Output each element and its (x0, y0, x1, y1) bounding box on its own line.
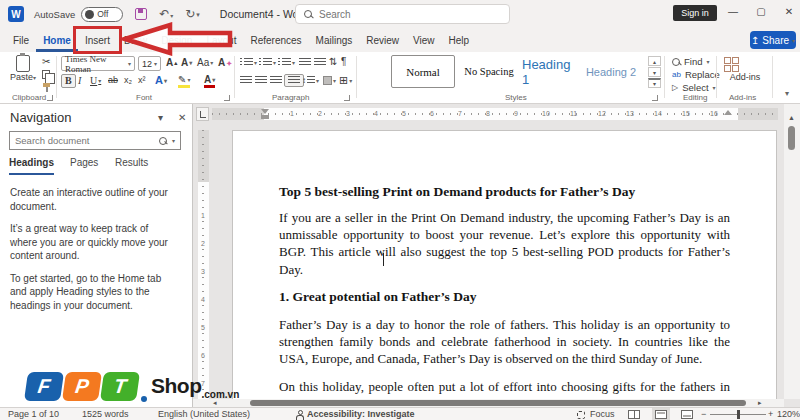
styles-gallery-up-icon[interactable]: ▴ (648, 56, 661, 66)
navigation-close-icon[interactable]: ✕ (178, 112, 186, 123)
styles-gallery-down-icon[interactable]: ▾ (648, 67, 661, 77)
font-dialog-launcher-icon[interactable] (224, 95, 230, 101)
tab-help[interactable]: Help (442, 28, 477, 52)
font-name-select[interactable]: Times New Roman▾ (61, 56, 135, 71)
grow-font-button[interactable]: A▴ (166, 58, 177, 68)
navigation-search-box[interactable]: ▾ (9, 131, 181, 150)
page-count[interactable]: Page 1 of 10 (8, 409, 59, 419)
align-center-button[interactable] (255, 76, 267, 85)
find-button[interactable]: Find▾ (672, 56, 710, 67)
document-page[interactable]: Top 5 best-selling Print on Demand produ… (232, 130, 777, 407)
line-spacing-button[interactable]: ↕▾ (302, 76, 319, 85)
strikethrough-button[interactable]: ab (108, 76, 118, 85)
increase-indent-button[interactable] (314, 58, 326, 67)
nav-tab-headings[interactable]: Headings (9, 157, 54, 175)
tab-mailings[interactable]: Mailings (309, 28, 360, 52)
zoom-in-button[interactable]: + (768, 409, 773, 419)
navigation-chevron-down-icon[interactable]: ▾ (158, 112, 163, 123)
scroll-right-icon[interactable]: ▸ (758, 399, 762, 407)
scroll-up-icon[interactable]: ▲ (788, 114, 795, 121)
read-mode-icon[interactable] (628, 410, 640, 419)
clipboard-dialog-launcher-icon[interactable] (47, 95, 53, 101)
decrease-indent-button[interactable] (299, 58, 311, 67)
highlight-button[interactable]: ✎▾ (178, 75, 190, 88)
cut-button[interactable]: ✂ (42, 57, 50, 67)
print-layout-icon[interactable] (655, 410, 667, 419)
tab-review[interactable]: Review (359, 28, 406, 52)
borders-button[interactable]: ⊞▾ (339, 75, 352, 86)
undo-button[interactable]: ↶▾ (159, 8, 173, 20)
bold-button[interactable]: B (61, 74, 76, 88)
justify-button[interactable] (284, 74, 304, 87)
shrink-font-button[interactable]: A▾ (181, 58, 192, 68)
paste-button[interactable]: Paste▾ (8, 55, 38, 97)
superscript-button[interactable]: x² (138, 76, 146, 85)
zoom-out-button[interactable]: − (701, 409, 706, 419)
align-left-button[interactable] (240, 76, 252, 85)
tab-home[interactable]: Home (36, 28, 78, 52)
paragraph-dialog-launcher-icon[interactable] (344, 95, 350, 101)
word-app-icon[interactable]: W (8, 6, 24, 22)
horizontal-scrollbar[interactable]: ◂ ▸ (193, 399, 784, 407)
style-normal[interactable]: Normal (391, 55, 455, 88)
tab-file[interactable]: File (6, 28, 36, 52)
zoom-slider-thumb[interactable] (737, 410, 740, 419)
quick-access-chevron-icon[interactable]: ▾ (196, 11, 200, 18)
tab-view[interactable]: View (406, 28, 442, 52)
doc-paragraph[interactable]: Father’s Day is a day to honor the role … (279, 316, 730, 368)
numbering-button[interactable]: ▾ (259, 58, 276, 67)
indent-marker-icon[interactable] (261, 109, 269, 114)
italic-button[interactable]: I (78, 76, 81, 86)
share-button[interactable]: ↥ Share ▾ (750, 31, 796, 49)
multilevel-list-button[interactable]: ▾ (278, 58, 295, 67)
search-box[interactable] (295, 4, 510, 24)
nav-tab-pages[interactable]: Pages (70, 157, 98, 173)
doc-heading-1[interactable]: Top 5 best-selling Print on Demand produ… (279, 184, 730, 200)
bullets-button[interactable]: ▾ (240, 58, 257, 67)
autosave-toggle[interactable]: Off (81, 7, 123, 22)
replace-button[interactable]: abReplace (672, 69, 720, 80)
show-hide-marks-button[interactable]: ¶ (341, 57, 346, 67)
tab-selector-icon[interactable] (196, 107, 209, 121)
close-icon[interactable]: ✕ (781, 6, 797, 17)
text-effects-button[interactable]: A▾ (155, 75, 167, 86)
indent-marker-box-icon[interactable] (261, 115, 269, 119)
style-no-spacing[interactable]: No Spacing (461, 55, 517, 88)
collapse-ribbon-chevron-icon[interactable]: ▾ (785, 90, 789, 98)
format-painter-button[interactable] (42, 83, 51, 92)
align-right-button[interactable] (270, 76, 282, 85)
font-size-select[interactable]: 12▾ (138, 56, 161, 71)
change-case-button[interactable]: Aa▾ (197, 58, 213, 68)
accessibility-status[interactable]: Accessibility: Investigate (307, 409, 415, 419)
subscript-button[interactable]: x₂ (124, 76, 132, 85)
clear-formatting-button[interactable]: A✦ (218, 58, 232, 68)
redo-button[interactable]: ↻ (185, 8, 195, 20)
focus-button[interactable]: Focus (590, 409, 615, 419)
horizontal-ruler[interactable]: 12345678910111213141516 (212, 108, 778, 120)
underline-button[interactable]: U▾ (90, 76, 101, 86)
tab-references[interactable]: References (243, 28, 308, 52)
vertical-scrollbar[interactable]: ▲ (784, 104, 800, 399)
right-indent-marker-icon[interactable] (724, 110, 732, 115)
nav-tab-results[interactable]: Results (115, 157, 148, 173)
add-ins-button[interactable]: Add-ins (724, 57, 766, 82)
navigation-search-input[interactable] (15, 135, 154, 146)
horizontal-scroll-thumb[interactable] (250, 400, 746, 406)
minimize-icon[interactable]: — (725, 6, 741, 17)
style-heading-2[interactable]: Heading 2 (585, 55, 637, 88)
select-button[interactable]: ▷Select▾ (672, 82, 716, 93)
word-count[interactable]: 1525 words (82, 409, 129, 419)
vertical-scroll-thumb[interactable] (788, 126, 795, 150)
shading-button[interactable]: ▾ (323, 76, 336, 85)
vertical-ruler[interactable]: 1234567 (198, 124, 209, 407)
navigation-search-dropdown-icon[interactable]: ▾ (172, 137, 175, 144)
font-color-button[interactable]: A▾ (204, 75, 215, 88)
maximize-icon[interactable]: ▢ (753, 6, 769, 17)
style-heading-1[interactable]: Heading 1 (522, 55, 580, 88)
zoom-level[interactable]: 120% (777, 409, 800, 419)
language-status[interactable]: English (United States) (158, 409, 250, 419)
sort-button[interactable]: ⇅ (329, 57, 337, 67)
doc-heading-2[interactable]: 1. Great potential on Father’s Day (279, 289, 730, 305)
save-icon[interactable] (135, 8, 147, 20)
doc-paragraph[interactable]: If you are a seller in the Print On Dema… (279, 209, 730, 278)
